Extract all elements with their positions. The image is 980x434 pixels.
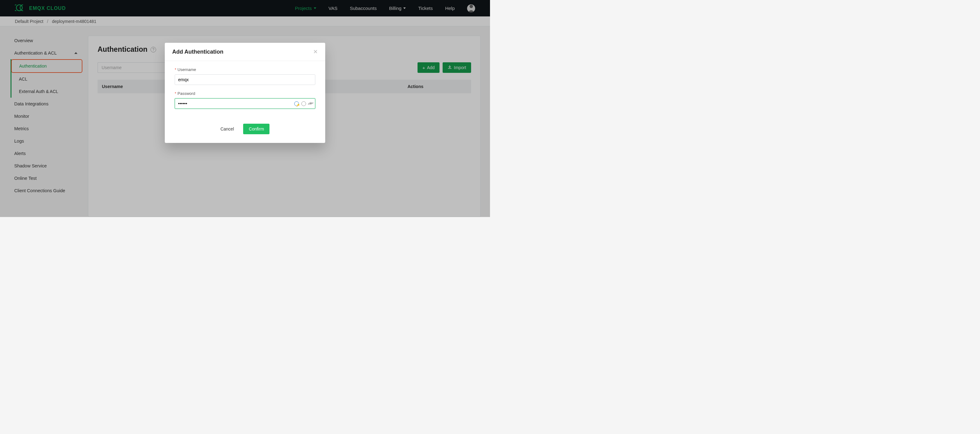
password-manager-icon[interactable] [294, 101, 299, 106]
modal-title: Add Authentication [172, 49, 223, 55]
modal: Add Authentication ✕ *Username *Password… [165, 43, 325, 143]
close-icon[interactable]: ✕ [313, 48, 318, 55]
username-field[interactable] [175, 74, 315, 85]
password-icons: 👁 [294, 101, 313, 106]
modal-body: *Username *Password 👁 [165, 61, 325, 124]
form-group-username: *Username [175, 67, 315, 85]
eye-hidden-icon[interactable]: 👁 [309, 101, 313, 106]
form-group-password: *Password 👁 [175, 91, 315, 109]
cancel-button[interactable]: Cancel [221, 126, 234, 131]
username-label: *Username [175, 67, 315, 72]
modal-header: Add Authentication ✕ [165, 43, 325, 61]
password-label: *Password [175, 91, 315, 96]
modal-footer: Cancel Confirm [165, 124, 325, 143]
password-wrap: 👁 [175, 98, 315, 109]
modal-overlay[interactable]: Add Authentication ✕ *Username *Password… [0, 0, 490, 217]
clear-icon[interactable] [301, 101, 306, 106]
confirm-button[interactable]: Confirm [243, 124, 269, 134]
